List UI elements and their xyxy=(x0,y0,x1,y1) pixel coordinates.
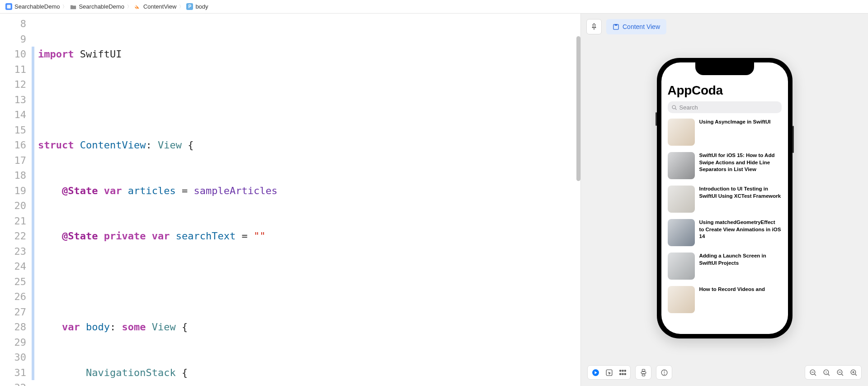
search-field[interactable]: Search xyxy=(668,101,782,113)
article-title: How to Record Videos and xyxy=(699,286,765,293)
canvas-icon xyxy=(613,24,619,30)
article-title: SwiftUI for iOS 15: How to Add Swipe Act… xyxy=(699,152,782,173)
article-row[interactable]: Using AsyncImage in SwiftUI xyxy=(668,119,782,146)
article-row[interactable]: Introduction to UI Testing in SwiftUI Us… xyxy=(668,186,782,213)
breadcrumb-item-project[interactable]: SearchableDemo xyxy=(5,3,60,10)
preview-canvas[interactable]: AppCoda Search Using AsyncImage in Swift… xyxy=(581,40,868,386)
pin-icon xyxy=(590,23,598,30)
preview-panel: Content View AppCoda Search Using AsyncI… xyxy=(580,14,868,386)
breadcrumb-label: ContentView xyxy=(143,3,176,10)
article-row[interactable]: Using matchedGeometryEffect to Create Vi… xyxy=(668,219,782,246)
line-number: 26 xyxy=(0,289,26,305)
svg-rect-15 xyxy=(642,374,645,376)
article-thumbnail xyxy=(668,286,695,313)
article-title: Introduction to UI Testing in SwiftUI Us… xyxy=(699,186,782,200)
svg-rect-13 xyxy=(641,372,646,373)
search-placeholder: Search xyxy=(679,104,698,111)
device-frame: AppCoda Search Using AsyncImage in Swift… xyxy=(657,58,793,338)
line-number-gutter: 8910111213141516171819202122232425262728… xyxy=(0,14,32,386)
code-editor[interactable]: 8910111213141516171819202122232425262728… xyxy=(0,14,580,386)
line-number: 10 xyxy=(0,47,26,62)
article-thumbnail xyxy=(668,186,695,213)
line-number: 25 xyxy=(0,274,26,290)
svg-line-22 xyxy=(814,374,816,375)
svg-rect-2 xyxy=(615,24,618,25)
svg-line-4 xyxy=(675,108,676,109)
line-number: 18 xyxy=(0,168,26,183)
property-icon: P xyxy=(186,3,193,10)
line-number: 20 xyxy=(0,198,26,214)
svg-point-18 xyxy=(664,370,665,371)
chevron-right-icon: 〉 xyxy=(62,4,67,10)
breadcrumb: SearchableDemo 〉 SearchableDemo 〉 Conten… xyxy=(0,0,868,14)
line-number: 13 xyxy=(0,92,26,108)
svg-rect-9 xyxy=(624,370,626,372)
variants-button[interactable] xyxy=(618,368,627,376)
line-number: 27 xyxy=(0,305,26,320)
zoom-out-button[interactable] xyxy=(809,368,817,376)
line-number: 28 xyxy=(0,319,26,335)
line-number: 15 xyxy=(0,123,26,138)
breadcrumb-item-file[interactable]: ContentView xyxy=(134,3,176,10)
line-number: 24 xyxy=(0,259,26,274)
line-number: 30 xyxy=(0,350,26,365)
zoom-fit-button[interactable] xyxy=(836,368,844,376)
article-row[interactable]: How to Record Videos and xyxy=(668,286,782,313)
code-area[interactable]: import SwiftUI struct ContentView: View … xyxy=(34,14,580,386)
article-title: Using AsyncImage in SwiftUI xyxy=(699,119,771,126)
article-thumbnail xyxy=(668,152,695,179)
line-number: 17 xyxy=(0,153,26,168)
app-nav-title: AppCoda xyxy=(668,83,782,98)
line-number: 31 xyxy=(0,365,26,381)
line-number: 12 xyxy=(0,77,26,92)
chevron-right-icon: 〉 xyxy=(127,4,132,10)
article-thumbnail xyxy=(668,219,695,246)
svg-line-33 xyxy=(855,374,856,375)
breadcrumb-label: SearchableDemo xyxy=(79,3,124,10)
article-row[interactable]: SwiftUI for iOS 15: How to Add Swipe Act… xyxy=(668,152,782,179)
folder-icon xyxy=(70,3,76,10)
zoom-in-button[interactable] xyxy=(849,368,858,376)
svg-point-19 xyxy=(664,374,665,375)
svg-rect-12 xyxy=(624,373,626,375)
app-icon xyxy=(5,3,12,10)
preview-toolbar: 1 xyxy=(587,365,862,380)
breadcrumb-item-symbol[interactable]: P body xyxy=(186,3,208,10)
line-number: 11 xyxy=(0,62,26,77)
line-number: 9 xyxy=(0,32,26,47)
svg-text:1: 1 xyxy=(825,371,827,374)
breadcrumb-label: body xyxy=(195,3,208,10)
svg-point-3 xyxy=(672,105,675,109)
preview-settings-button[interactable] xyxy=(660,368,668,376)
live-preview-button[interactable] xyxy=(591,368,599,376)
svg-point-17 xyxy=(664,372,665,373)
svg-line-29 xyxy=(841,374,843,375)
breadcrumb-label: SearchableDemo xyxy=(14,3,60,10)
device-settings-button[interactable] xyxy=(639,368,647,376)
swift-icon xyxy=(134,3,141,10)
article-title: Adding a Launch Screen in SwiftUI Projec… xyxy=(699,253,782,267)
svg-rect-11 xyxy=(622,373,623,375)
svg-rect-0 xyxy=(7,5,10,8)
svg-line-25 xyxy=(828,374,829,375)
article-title: Using matchedGeometryEffect to Create Vi… xyxy=(699,219,782,240)
selectable-mode-button[interactable] xyxy=(605,368,613,376)
svg-rect-7 xyxy=(619,370,621,372)
line-number: 14 xyxy=(0,107,26,123)
line-number: 21 xyxy=(0,214,26,229)
article-thumbnail xyxy=(668,253,695,280)
line-number: 32 xyxy=(0,380,26,386)
search-icon xyxy=(671,105,677,110)
editor-scrollbar[interactable] xyxy=(576,36,580,181)
line-number: 16 xyxy=(0,138,26,153)
line-number: 29 xyxy=(0,335,26,350)
pin-button[interactable] xyxy=(586,19,602,34)
preview-selector[interactable]: Content View xyxy=(606,19,666,34)
article-row[interactable]: Adding a Launch Screen in SwiftUI Projec… xyxy=(668,253,782,280)
device-notch xyxy=(695,62,754,75)
svg-rect-14 xyxy=(642,369,645,371)
chevron-right-icon: 〉 xyxy=(179,4,184,10)
line-number: 23 xyxy=(0,244,26,259)
zoom-actual-button[interactable]: 1 xyxy=(822,368,830,376)
breadcrumb-item-folder[interactable]: SearchableDemo xyxy=(70,3,124,10)
